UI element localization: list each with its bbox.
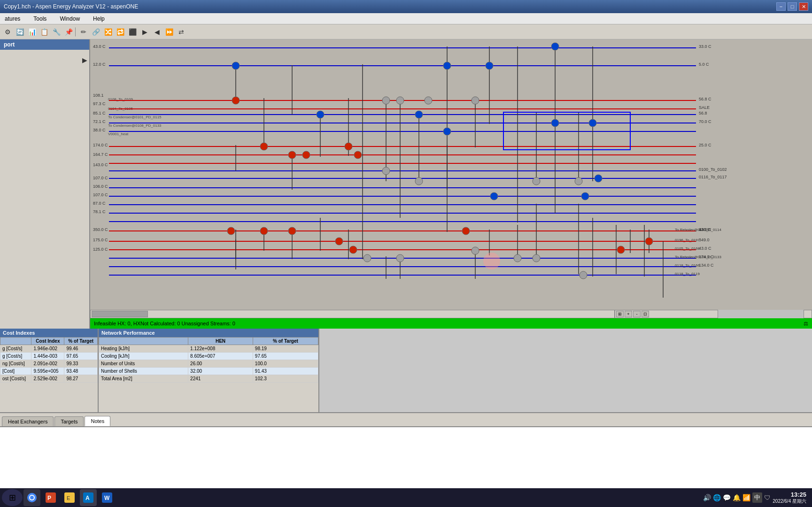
minimize-button[interactable]: − [776,2,786,11]
tb-icon-9[interactable]: 🔀 [102,26,114,38]
view-btn-zoom-in[interactable]: + [625,311,632,317]
status-bar: Infeasible HX: 0, HXNot Calculated: 0 Un… [90,318,812,329]
panel-collapse-arrow[interactable]: ▶ [82,56,87,64]
svg-text:125.0 C: 125.0 C [93,247,108,252]
close-button[interactable]: ✕ [799,2,808,11]
menu-help[interactable]: Help [90,15,108,23]
svg-point-103 [551,119,559,127]
menu-atures[interactable]: atures [2,15,23,23]
tray-icon-2[interactable]: 🌐 [713,494,721,501]
tb-icon-14[interactable]: ⏩ [163,26,175,38]
tb-icon-5[interactable]: 🔧 [51,26,62,38]
tb-icon-10[interactable]: 🔁 [115,26,126,38]
cost-indexes-table: Cost Index % of Target g [Cost/s]1.946e-… [0,337,98,383]
svg-point-105 [443,62,451,69]
svg-text:33.0 C: 33.0 C [699,44,711,49]
input-indicator: 中 [752,492,762,503]
tab-targets[interactable]: Targets [54,416,84,426]
clock-time: 13:25 [773,491,806,498]
view-btn-zoom-out[interactable]: - [633,311,641,317]
view-btn-fit[interactable]: ⊞ [616,311,624,317]
svg-text:43.0 C: 43.0 C [93,44,106,49]
tb-icon-8[interactable]: 🔗 [90,26,101,38]
svg-point-107 [551,43,559,50]
tb-icon-13[interactable]: ◀ [151,26,162,38]
tb-icon-6[interactable]: 📌 [63,26,74,38]
table-cell: 1.946e-002 [31,345,64,353]
hen-diagram-svg: 43.0 C 12.0 C 108.1 97.3 C 85.1 C 72.1 C… [90,39,812,310]
table-cell: Heating [kJ/h] [99,345,188,353]
tb-separator-1 [75,27,77,37]
svg-text:0105_To_0168: 0105_To_0168 [675,246,700,251]
svg-point-148 [483,253,500,269]
svg-text:56.8 C: 56.8 C [699,97,711,101]
taskbar-aspen[interactable]: A [80,489,97,506]
svg-point-117 [415,177,423,185]
tb-icon-3[interactable]: 📊 [26,26,38,38]
table-row: Number of Shells32.0091.43 [99,368,318,375]
np-col-header-pct: % of Target [253,338,318,345]
table-row: Total Area [m2]2241102.3 [99,375,318,383]
table-cell: 2241 [188,375,253,383]
svg-point-94 [288,227,296,235]
table-cell: Number of Units [99,360,188,368]
svg-text:38.0 C: 38.0 C [93,128,106,132]
svg-text:143.0 C: 143.0 C [93,162,108,167]
svg-point-91 [354,151,362,159]
table-cell: Total Area [m2] [99,375,188,383]
svg-text:43.0 C: 43.0 C [699,246,711,251]
app-title: Copy1.hch - Aspen Energy Analyzer V12 - … [4,3,138,10]
svg-text:To Reboiler@0101_D_0114: To Reboiler@0101_D_0114 [675,228,721,232]
table-cell: 97.65 [253,353,318,360]
network-perf-title: Network Performance [99,329,318,337]
tb-icon-4[interactable]: 📋 [39,26,50,38]
svg-text:56.8: 56.8 [699,111,707,115]
svg-point-93 [260,227,268,235]
tb-icon-7[interactable]: ✏ [78,26,89,38]
view-btn-reset[interactable]: ⊡ [642,311,649,317]
svg-point-88 [288,151,296,159]
svg-point-111 [595,175,602,182]
taskbar-chrome[interactable] [23,489,40,506]
horizontal-scrollbar[interactable] [90,310,615,318]
svg-text:97.3 C: 97.3 C [93,101,106,106]
svg-point-97 [462,227,470,235]
taskbar-explorer[interactable]: E [61,489,78,506]
tb-icon-15[interactable]: ⇄ [176,26,187,38]
tab-notes[interactable]: Notes [85,416,110,426]
svg-point-87 [260,143,268,150]
svg-text:174.0 C: 174.0 C [93,143,108,147]
menu-window[interactable]: Window [57,15,83,23]
taskbar-word[interactable]: W [99,489,116,506]
start-button[interactable]: ⊞ [2,489,23,506]
clock: 13:25 2022/6/4 星期六 [773,491,806,505]
table-cell: 98.27 [64,375,98,383]
maximize-button[interactable]: □ [788,2,797,11]
tray-icon-1[interactable]: 🔊 [703,494,711,501]
window-controls: − □ ✕ [776,2,808,11]
svg-text:To Condenser@0108_PD_0133: To Condenser@0108_PD_0133 [108,123,162,128]
tb-icon-2[interactable]: 🔄 [14,26,25,38]
cost-indexes-panel: Cost Indexes Cost Index % of Target g [C… [0,329,99,412]
table-cell: 32.00 [188,368,253,375]
tab-heat-exchangers[interactable]: Heat Exchangers [2,416,54,426]
tb-icon-11[interactable]: ⬛ [127,26,138,38]
menu-tools[interactable]: Tools [31,15,49,23]
network-perf-panel: Network Performance HEN % of Target Heat… [99,329,319,412]
cost-indexes-title: Cost Indexes [0,329,98,337]
tb-icon-12[interactable]: ▶ [139,26,150,38]
svg-text:W: W [104,495,110,501]
table-cell: 93.48 [64,368,98,375]
table-cell: ng [Cost/s] [0,360,31,368]
toolbar: ⚙ 🔄 📊 📋 🔧 📌 ✏ 🔗 🔀 🔁 ⬛ ▶ ◀ ⏩ ⇄ [0,24,812,39]
tray-icon-4[interactable]: 🔔 [733,494,741,501]
main-area: port ▶ 43.0 C 12.0 C 108.1 97.3 C 85.1 C… [0,39,812,507]
tray-icon-3[interactable]: 💬 [723,494,731,501]
clock-date: 2022/6/4 星期六 [773,498,806,505]
taskbar-powerpoint[interactable]: P [42,489,59,506]
tb-icon-1[interactable]: ⚙ [2,26,13,38]
h-scroll-thumb[interactable] [92,311,148,317]
svg-text:107.0 C: 107.0 C [93,176,108,180]
tray-icon-5[interactable]: 📶 [742,494,750,501]
hen-diagram[interactable]: 43.0 C 12.0 C 108.1 97.3 C 85.1 C 72.1 C… [90,39,812,310]
